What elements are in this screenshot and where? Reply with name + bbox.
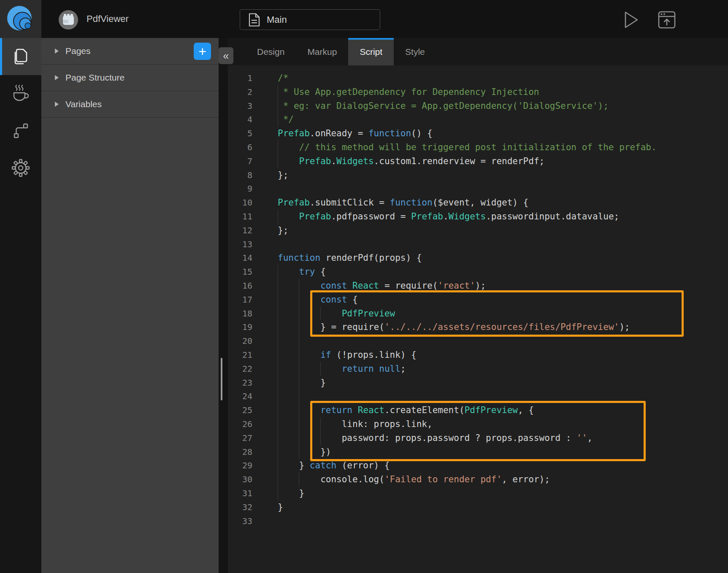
indent-guide [278,431,278,445]
code-line: 19 } = require('../../../assets/resource… [228,320,728,334]
code-line: 24 [228,389,728,403]
indent-guide [299,279,299,293]
connector-icon [12,122,30,140]
code-line: 30 console.log('Failed to render pdf', e… [228,473,728,487]
line-number: 14 [228,251,252,265]
line-number: 11 [228,210,252,224]
code-line: 32} [228,500,728,514]
rail-item-settings[interactable] [0,149,41,186]
section-label: Pages [65,46,91,56]
gear-icon [11,159,30,177]
indent-guide [299,293,299,307]
tab-style[interactable]: Style [394,38,436,65]
indent-guide [299,334,299,348]
indent-guide [278,473,278,487]
sidebar-section-page-structure[interactable]: Page Structure [41,65,219,91]
indent-guide [320,362,321,376]
code-line: 23 } [228,376,728,390]
indent-guide [278,265,278,279]
rail-item-connectors[interactable] [0,112,41,149]
coffee-java-icon [11,84,30,103]
line-number: 9 [228,182,252,196]
code-line: 1/* [228,71,728,85]
code-line: 5Prefab.onReady = function() { [228,127,728,141]
line-number: 3 [228,99,252,113]
wavemaker-logo[interactable] [0,0,41,38]
line-number: 30 [228,473,252,487]
pages-icon [12,47,30,66]
code-line: 13 [228,238,728,251]
code-line: 10Prefab.submitClick = function($event, … [228,196,728,210]
indent-guide [320,431,321,445]
code-line: 28 }) [228,445,728,459]
indent-guide [278,376,278,390]
line-number: 24 [228,389,252,403]
indent-guide [278,417,278,431]
collapse-panel-button[interactable]: « [219,47,233,64]
line-number: 8 [228,168,252,182]
line-number: 7 [228,154,252,168]
chevron-right-icon [55,49,59,54]
export-window-button[interactable] [658,11,676,29]
indent-guide [278,85,278,99]
add-page-button[interactable]: + [194,43,211,60]
code-line: 31 } [228,487,728,500]
line-number: 12 [228,224,252,238]
section-label: Variables [65,99,102,109]
page-selector-label: Main [267,14,287,25]
line-number: 5 [228,127,252,141]
code-line: 33 [228,514,728,528]
editor-tabbar: Design Markup Script Style [228,38,728,65]
indent-guide [278,403,278,417]
indent-guide [278,487,278,500]
code-line: 27 password: props.password ? props.pass… [228,431,728,445]
indent-guide [299,389,299,403]
main-area: Design Markup Script Style 1/*2 * Use Ap… [228,38,728,573]
code-line: 4 */ [228,113,728,127]
indent-guide [299,403,299,417]
side-panel: Pages + Page Structure Variables [41,38,219,573]
indent-guide [278,141,278,154]
line-number: 19 [228,320,252,334]
left-icon-rail [0,38,41,573]
indent-guide [299,431,299,445]
code-line: 14function renderPdf(props) { [228,251,728,265]
page-selector[interactable]: Main [240,9,380,30]
sidebar-section-pages[interactable]: Pages + [41,38,219,65]
window-preview-icon [658,11,676,29]
code-line: 29 } catch (error) { [228,459,728,473]
indent-guide [278,279,278,293]
indent-guide [278,445,278,459]
line-number: 18 [228,307,252,321]
tab-markup[interactable]: Markup [296,38,348,65]
code-lines: 1/*2 * Use App.getDependency for Depende… [228,65,728,528]
code-line: 22 return null; [228,362,728,376]
indent-guide [278,293,278,307]
prefab-avatar-icon [58,10,78,30]
sidebar-section-variables[interactable]: Variables [41,91,219,118]
line-number: 4 [228,113,252,127]
line-number: 28 [228,445,252,459]
indent-guide [278,459,278,473]
script-editor[interactable]: 1/*2 * Use App.getDependency for Depende… [228,65,728,573]
line-number: 16 [228,279,252,293]
document-icon [249,13,260,27]
chevron-right-icon [55,75,59,80]
panel-scrollbar[interactable] [221,358,222,400]
topbar: PdfViewer Main [0,0,728,38]
tab-design[interactable]: Design [246,38,296,65]
rail-item-pages[interactable] [0,38,41,75]
tab-script[interactable]: Script [348,38,394,65]
indent-guide [299,376,299,390]
rail-item-java-services[interactable] [0,75,41,112]
line-number: 27 [228,431,252,445]
code-line: 16 const React = require('react'); [228,279,728,293]
line-number: 17 [228,293,252,307]
run-preview-button[interactable] [622,11,641,29]
indent-guide [299,362,299,376]
indent-guide [299,307,299,321]
code-line: 21 if (!props.link) { [228,348,728,362]
section-label: Page Structure [65,73,124,83]
indent-guide [320,417,321,431]
line-number: 32 [228,500,252,514]
